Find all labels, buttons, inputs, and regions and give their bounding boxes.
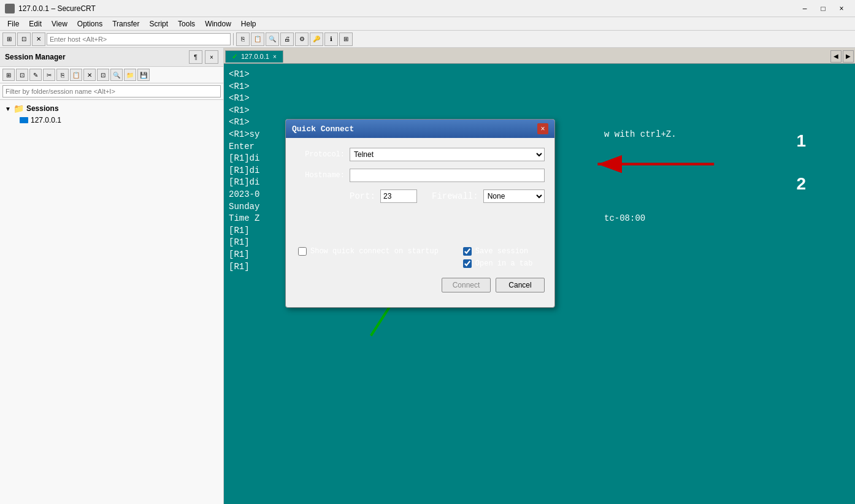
port-input[interactable] xyxy=(380,189,417,203)
dialog-body: Protocol: Telnet SSH2 SSH1 SFTP Serial xyxy=(286,138,554,307)
toolbar-key[interactable]: 🔑 xyxy=(310,32,323,46)
show-quick-connect-label: Show quick connect on startup xyxy=(310,247,439,256)
hostname-row: Hostname: xyxy=(296,169,545,182)
protocol-select[interactable]: Telnet SSH2 SSH1 SFTP Serial xyxy=(350,148,545,161)
dialog-overlay: Quick Connect × Protocol: Telnet SSH2 SS… xyxy=(224,64,855,504)
open-in-tab-input[interactable] xyxy=(463,259,472,268)
menu-bar: File Edit View Options Transfer Script T… xyxy=(0,17,855,31)
window-controls: – □ × xyxy=(796,2,850,15)
tab-checkmark: ✓ xyxy=(232,53,237,61)
hostname-input[interactable] xyxy=(350,169,545,182)
toolbar-print[interactable]: 🖨 xyxy=(280,32,294,46)
session-delete-btn[interactable]: ✕ xyxy=(83,69,96,81)
host-input[interactable] xyxy=(47,33,231,45)
dialog-spacer xyxy=(296,210,545,247)
session-save-btn[interactable]: 💾 xyxy=(137,69,150,81)
hostname-label: Hostname: xyxy=(296,171,345,180)
protocol-row: Protocol: Telnet SSH2 SSH1 SFTP Serial xyxy=(296,148,545,161)
menu-script[interactable]: Script xyxy=(144,18,173,29)
toolbar-info[interactable]: ℹ xyxy=(324,32,338,46)
session-item-127[interactable]: 127.0.0.1 xyxy=(17,115,221,126)
save-session-checkbox: Save session xyxy=(463,247,533,256)
toolbar-paste[interactable]: 📋 xyxy=(251,32,264,46)
session-icon xyxy=(20,117,28,123)
show-quick-connect-checkbox: Show quick connect on startup xyxy=(298,247,439,256)
toolbar-settings[interactable]: ⚙ xyxy=(295,32,309,46)
toolbar-btn-1[interactable]: ⊞ xyxy=(2,32,16,46)
toolbar: ⊞ ⊡ ✕ ⎘ 📋 🔍 🖨 ⚙ 🔑 ℹ ⊞ xyxy=(0,31,855,48)
session-rename-btn[interactable]: ⊡ xyxy=(97,69,109,81)
tab-close-btn[interactable]: × xyxy=(273,53,277,60)
filter-input[interactable] xyxy=(2,85,221,97)
tab-prev-btn[interactable]: ◀ xyxy=(830,50,842,63)
session-connect-btn[interactable]: ⊡ xyxy=(16,69,28,81)
content-area: ✓ 127.0.0.1 × ◀ ▶ <R1> <R1> <R1> <R1> <R… xyxy=(224,48,855,504)
main-layout: Session Manager ¶ × ⊞ ⊡ ✎ ✂ ⎘ 📋 ✕ ⊡ 🔍 📁 … xyxy=(0,48,855,504)
firewall-select[interactable]: None Firewall1 xyxy=(483,189,545,203)
menu-options[interactable]: Options xyxy=(72,18,107,29)
session-close-button[interactable]: × xyxy=(205,50,218,64)
quick-connect-dialog: Quick Connect × Protocol: Telnet SSH2 SS… xyxy=(285,119,555,308)
menu-edit[interactable]: Edit xyxy=(24,18,47,29)
session-panel-header: Session Manager ¶ × xyxy=(0,48,223,67)
save-session-input[interactable] xyxy=(463,247,472,256)
save-session-label: Save session xyxy=(475,247,528,256)
session-tree: ▼ 📁 Sessions 127.0.0.1 xyxy=(0,100,223,504)
open-in-tab-label: Open in a tab xyxy=(475,259,533,268)
maximize-button[interactable]: □ xyxy=(815,2,832,15)
open-in-tab-checkbox: Open in a tab xyxy=(463,259,533,268)
session-toolbar: ⊞ ⊡ ✎ ✂ ⎘ 📋 ✕ ⊡ 🔍 📁 💾 xyxy=(0,67,223,83)
window-title: 127.0.0.1 – SecureCRT xyxy=(18,4,796,13)
app-icon xyxy=(5,4,15,13)
toolbar-btn-2[interactable]: ⊡ xyxy=(17,32,31,46)
session-edit-btn[interactable]: ✎ xyxy=(29,69,42,81)
folder-icon: 📁 xyxy=(13,104,24,113)
session-cut-btn[interactable]: ✂ xyxy=(43,69,55,81)
tab-next-btn[interactable]: ▶ xyxy=(843,50,854,63)
session-pin-button[interactable]: ¶ xyxy=(189,50,202,64)
toolbar-separator xyxy=(233,33,234,45)
toolbar-copy[interactable]: ⎘ xyxy=(236,32,250,46)
folder-label: Sessions xyxy=(26,104,59,113)
firewall-label: Firewall: xyxy=(432,191,478,201)
session-tree-child: 127.0.0.1 xyxy=(2,115,221,126)
connect-button[interactable]: Connect xyxy=(442,278,491,292)
tab-nav: ◀ ▶ xyxy=(830,50,854,63)
tab-bar: ✓ 127.0.0.1 × ◀ ▶ xyxy=(224,48,855,64)
toolbar-find[interactable]: 🔍 xyxy=(266,32,279,46)
session-folder-btn[interactable]: 📁 xyxy=(124,69,136,81)
port-label: Port: xyxy=(350,191,375,201)
menu-window[interactable]: Window xyxy=(200,18,236,29)
session-folder[interactable]: ▼ 📁 Sessions xyxy=(2,102,221,115)
tab-label: 127.0.0.1 xyxy=(241,53,269,60)
show-quick-connect-input[interactable] xyxy=(298,247,307,256)
dialog-checkboxes: Show quick connect on startup Save sessi… xyxy=(296,247,545,268)
close-button[interactable]: × xyxy=(833,2,850,15)
terminal: <R1> <R1> <R1> <R1> <R1> <R1>syw with ct… xyxy=(224,64,855,504)
menu-transfer[interactable]: Transfer xyxy=(107,18,144,29)
session-copy-btn[interactable]: ⎘ xyxy=(56,69,69,81)
dialog-title-bar: Quick Connect × xyxy=(286,120,554,138)
session-new-btn[interactable]: ⊞ xyxy=(2,69,15,81)
cancel-button[interactable]: Cancel xyxy=(496,278,545,292)
minimize-button[interactable]: – xyxy=(796,2,813,15)
protocol-label: Protocol: xyxy=(296,150,345,159)
session-panel-title: Session Manager xyxy=(5,53,66,61)
tab-127[interactable]: ✓ 127.0.0.1 × xyxy=(225,50,283,63)
menu-view[interactable]: View xyxy=(47,18,72,29)
filter-box xyxy=(0,83,223,100)
title-bar: 127.0.0.1 – SecureCRT – □ × xyxy=(0,0,855,17)
menu-file[interactable]: File xyxy=(2,18,24,29)
session-paste-btn[interactable]: 📋 xyxy=(70,69,82,81)
session-item-label: 127.0.0.1 xyxy=(31,116,61,124)
menu-help[interactable]: Help xyxy=(236,18,261,29)
session-panel: Session Manager ¶ × ⊞ ⊡ ✎ ✂ ⎘ 📋 ✕ ⊡ 🔍 📁 … xyxy=(0,48,224,504)
menu-tools[interactable]: Tools xyxy=(173,18,200,29)
port-firewall-row: Port: Firewall: None Firewall1 xyxy=(296,189,545,203)
toolbar-btn-3[interactable]: ✕ xyxy=(32,32,45,46)
dialog-buttons: Connect Cancel xyxy=(296,278,545,297)
toolbar-extra[interactable]: ⊞ xyxy=(339,32,353,46)
session-search-btn[interactable]: 🔍 xyxy=(110,69,123,81)
dialog-close-button[interactable]: × xyxy=(537,123,548,134)
dialog-title-text: Quick Connect xyxy=(292,124,354,134)
